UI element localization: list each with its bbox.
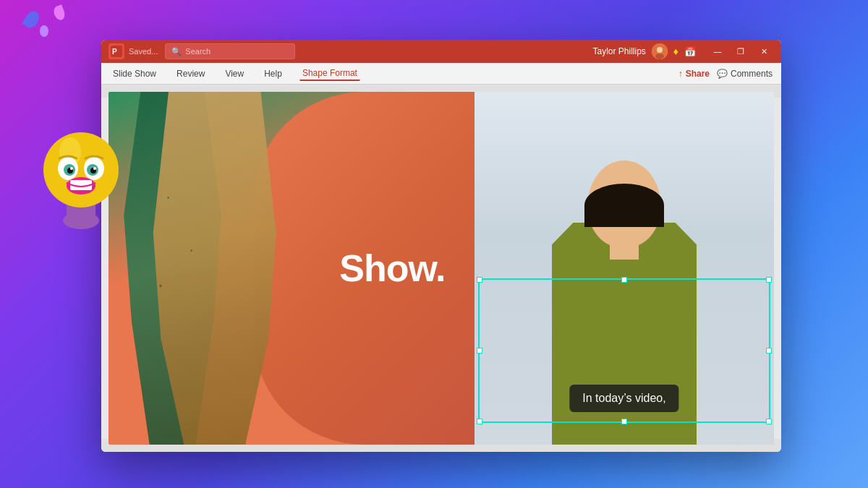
slide-show-text: Show. [339,247,445,290]
share-button[interactable]: ↑ Share [678,69,710,79]
saved-status: Saved... [129,47,158,56]
maximize-button[interactable]: ❐ [731,43,751,59]
slide-content: Show. [109,92,774,445]
comments-label: Comments [731,69,773,79]
svg-point-20 [93,167,96,170]
svg-text:P: P [112,48,117,56]
calendar-icon: 📅 [684,46,696,57]
window-controls: — ❐ ✕ [707,43,774,59]
title-bar: P Saved... 🔍 Search Taylor Phillips ♦ 📅 [101,40,781,63]
caption-text: In today’s video, [582,392,665,404]
tab-shapeformat[interactable]: Shape Format [299,67,360,81]
ribbon-right: ↑ Share 💬 Comments [678,69,773,79]
caption-bubble: In today’s video, [569,385,678,412]
svg-point-19 [70,167,73,170]
share-icon: ↑ [678,69,683,79]
search-bar[interactable]: 🔍 Search [165,43,295,59]
slide-left-panel: Show. [109,92,475,445]
lightbulb-svg [30,119,132,235]
user-avatar[interactable] [652,43,668,59]
tab-help[interactable]: Help [261,67,285,80]
app-icon: P [109,43,124,59]
share-label: Share [686,69,710,79]
tab-view[interactable]: View [222,67,247,80]
comments-icon: 💬 [717,69,728,79]
slide-right-panel: In today’s video, [475,92,774,445]
svg-point-11 [43,132,119,207]
lightbulb-character [30,119,132,221]
ribbon-bar: Slide Show Review View Help Shape Format… [101,63,781,85]
tab-review[interactable]: Review [174,67,208,80]
tab-slideshow[interactable]: Slide Show [110,67,159,80]
deco-shape-lavender [40,25,48,37]
title-bar-left: P Saved... 🔍 Search [109,43,587,59]
camera-glasses [592,201,657,217]
comments-button[interactable]: 💬 Comments [717,69,773,79]
search-label: Search [185,47,210,56]
svg-point-4 [655,53,664,59]
title-bar-right: Taylor Phillips ♦ 📅 — ❐ ✕ [592,43,774,59]
slide-area: Show. [101,85,781,452]
premium-icon: ♦ [673,46,678,57]
search-icon: 🔍 [171,47,182,56]
user-name: Taylor Phillips [592,46,645,56]
minimize-button[interactable]: — [707,43,728,59]
svg-point-3 [657,47,663,53]
powerpoint-window: P Saved... 🔍 Search Taylor Phillips ♦ 📅 [101,40,781,452]
close-button[interactable]: ✕ [754,43,774,59]
